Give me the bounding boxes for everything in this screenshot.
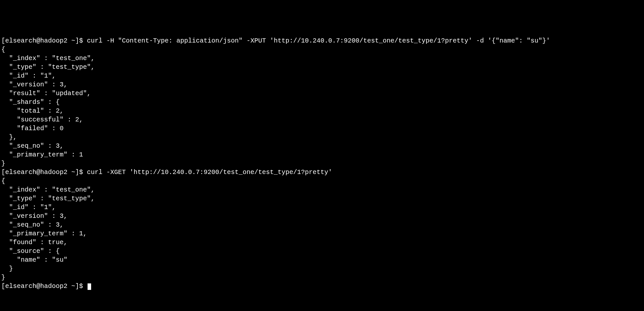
json-output-line: "_primary_term" : 1 (1, 150, 643, 159)
json-output-line: "_id" : "1", (1, 71, 643, 80)
curl-put-command: curl -H "Content-Type: application/json"… (87, 37, 550, 44)
json-output-line: } (1, 264, 643, 273)
json-output-line: "total" : 2, (1, 106, 643, 115)
json-output-line: "_source" : { (1, 247, 643, 255)
terminal-output[interactable]: [elsearch@hadoop2 ~]$ curl -H "Content-T… (1, 36, 643, 291)
shell-prompt: [elsearch@hadoop2 ~]$ (1, 168, 87, 176)
json-output-line: "_version" : 3, (1, 212, 643, 220)
json-output-line: "_type" : "test_type", (1, 63, 643, 71)
json-output-line: "_seq_no" : 3, (1, 220, 643, 229)
cursor-icon (88, 283, 91, 290)
json-output-line: }, (1, 133, 643, 142)
json-output-line: "_type" : "test_type", (1, 194, 643, 203)
json-output-line: "name" : "su" (1, 255, 643, 264)
command-line-3[interactable]: [elsearch@hadoop2 ~]$ (1, 282, 643, 291)
json-output-line: "failed" : 0 (1, 124, 643, 133)
json-output-line: "_shards" : { (1, 98, 643, 106)
json-output-line: "found" : true, (1, 238, 643, 247)
shell-prompt: [elsearch@hadoop2 ~]$ (1, 282, 87, 290)
json-output-line: "_version" : 3, (1, 80, 643, 89)
json-output-line: } (1, 273, 643, 282)
curl-get-command: curl -XGET 'http://10.240.0.7:9200/test_… (87, 168, 332, 176)
json-output-line: "_primary_term" : 1, (1, 229, 643, 238)
command-line-2: [elsearch@hadoop2 ~]$ curl -XGET 'http:/… (1, 168, 643, 177)
json-output-line: "_seq_no" : 3, (1, 142, 643, 150)
json-output-line: "_id" : "1", (1, 203, 643, 212)
command-line-1: [elsearch@hadoop2 ~]$ curl -H "Content-T… (1, 36, 643, 45)
json-output-line: "result" : "updated", (1, 89, 643, 98)
json-output-line: "_index" : "test_one", (1, 54, 643, 63)
json-output-line: } (1, 159, 643, 168)
json-output-line: "successful" : 2, (1, 115, 643, 124)
json-output-line: { (1, 45, 643, 54)
json-output-line: "_index" : "test_one", (1, 185, 643, 194)
json-output-line: { (1, 177, 643, 185)
shell-prompt: [elsearch@hadoop2 ~]$ (1, 37, 87, 44)
